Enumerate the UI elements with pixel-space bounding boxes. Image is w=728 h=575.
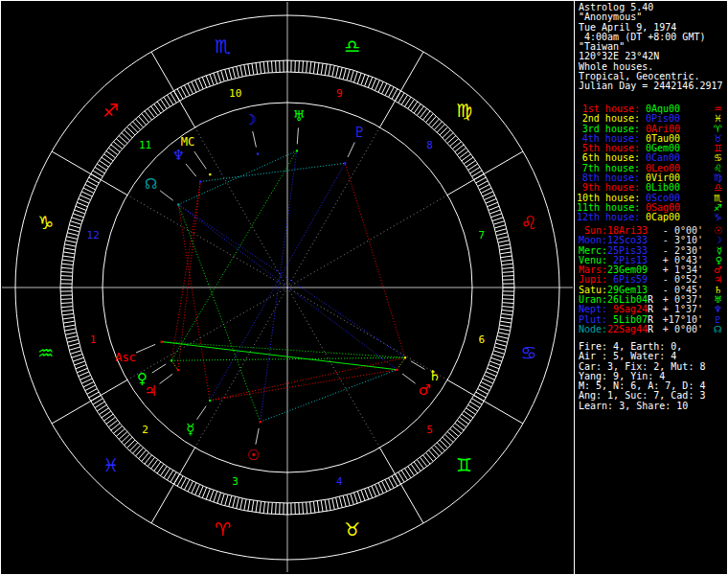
planet-label: Node: [577,325,607,334]
sagittarius-icon: ♐ [102,100,119,121]
planet-position-list: Sun:18Ari33- 0°00'☉Moon:12Sco33- 3°10'☽M… [577,226,726,334]
wheel-pluto-icon: ♇ [353,124,366,141]
wheel-saturn-icon: ♄ [428,367,441,384]
planet-dot [260,421,262,423]
astrolog-window: ♈♉♊♋♌♍♎♏♐♑♒♓123456789101112☉☽☿♀♂♃♄♅♆♇☊As… [0,0,728,575]
scorpio-icon: ♏ [215,35,231,57]
cancer-icon: ♋ [521,342,537,363]
house-number-10: 10 [229,87,241,100]
libra-icon: ♎ [714,183,722,193]
house-number-9: 9 [336,87,343,100]
house-number-3: 3 [232,475,239,488]
wheel-mars-icon: ♂ [419,381,431,399]
planet-dot [209,400,211,402]
planet-velocity: + 0°00' [661,325,703,334]
wheel-jupiter-icon: ♃ [144,382,156,400]
house-label: 12th house: [577,213,640,222]
point-dot [161,341,163,343]
moon-icon: ☽ [714,236,722,245]
aries-icon: ♈ [215,518,231,540]
aquarius-icon: ♒ [37,342,54,363]
house-number-8: 8 [426,139,433,151]
asc-label: Asc [115,351,136,364]
panel-separator [574,0,575,575]
point-dot [209,173,211,175]
wheel-neptune-icon: ♆ [172,147,185,164]
gemini-icon: ♊ [456,454,472,475]
wheel-mercury-icon: ☿ [186,421,194,438]
planet-dot [171,359,172,361]
chart-info-panel: Astrolog 5.40"Anonymous"Tue April 9, 197… [579,3,723,92]
house-number-6: 6 [479,334,486,346]
capricorn-icon: ♑ [37,212,54,233]
wheel-sun-icon: ☉ [247,447,260,464]
planet-position: 22Sag44 [607,325,648,334]
planet-dot [404,356,406,358]
north-node-icon: ☊ [714,325,722,334]
planet-dot [344,162,346,164]
cancer-icon: ♋ [714,153,722,163]
planet-row-node: Node:22Sag44R+ 0°00'☊ [577,325,726,334]
mc-label: MC [181,135,194,149]
house-cusp-value: 0Cap00 [646,213,682,222]
planet-dot [177,369,179,371]
planet-dot [296,150,298,151]
jupiter-icon: ♃ [714,275,722,285]
stat-line-6: Learn: 3, Share: 10 [579,402,705,411]
house-cusp-list: 1st house:0Aqu00♒2nd house:0Pis00♓3rd ho… [577,104,726,223]
house-number-7: 7 [479,229,486,242]
wheel-uranus-icon: ♅ [293,107,306,125]
element-statistics: Fire: 4, Earth: 0,Air : 5, Water: 4Car: … [579,342,705,411]
neptune-icon: ♆ [714,305,722,314]
house-number-1: 1 [90,334,97,346]
libra-icon: ♎ [344,35,360,57]
natal-chart-wheel: ♈♉♊♋♌♍♎♏♐♑♒♓123456789101112☉☽☿♀♂♃♄♅♆♇☊As… [0,0,575,575]
house-number-2: 2 [142,424,148,436]
info-line-8: Julian Day = 2442146.2917 [579,81,723,91]
house-number-4: 4 [336,475,343,488]
retrograde-flag: R [648,325,653,334]
leo-icon: ♌ [521,212,537,233]
planet-dot [199,180,201,182]
pisces-icon: ♓ [714,114,722,124]
house-number-11: 11 [139,139,151,151]
wheel-north-node-icon: ☊ [145,175,157,193]
house-number-5: 5 [426,424,433,436]
wheel-moon-icon: ☽ [243,111,256,128]
house-row-12: 12th house:0Cap00♑ [577,213,726,222]
planet-dot [177,203,179,205]
planet-dot [257,152,259,154]
capricorn-icon: ♑ [714,213,722,222]
pisces-icon: ♓ [102,454,119,475]
house-number-12: 12 [87,229,100,242]
planet-dot [396,369,398,371]
virgo-icon: ♍ [456,100,472,121]
taurus-icon: ♉ [344,518,360,540]
